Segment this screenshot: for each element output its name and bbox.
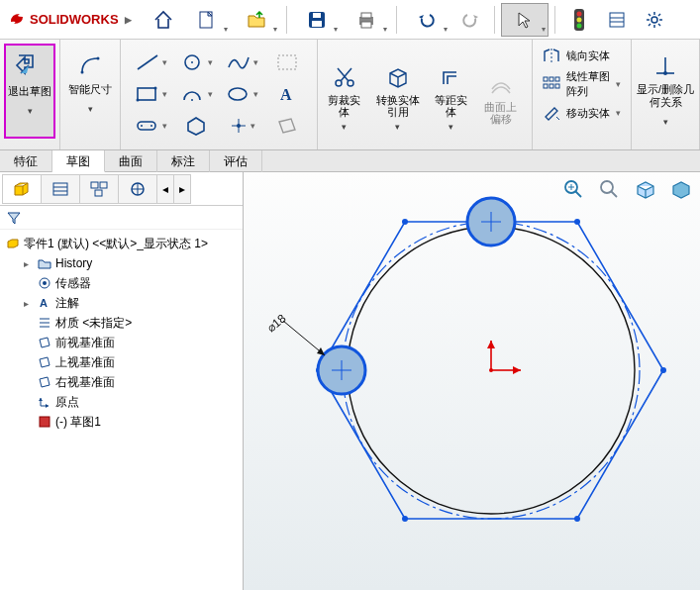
solidworks-logo-icon [8, 9, 26, 31]
point-tool[interactable]: ▾ [220, 111, 263, 141]
dropdown-caret-icon: ▾ [334, 25, 338, 34]
expand-icon[interactable]: ▸ [24, 298, 34, 309]
material-icon [38, 316, 51, 330]
tab-surface[interactable]: 曲面 [105, 150, 157, 172]
pattern-icon [543, 76, 560, 92]
dotted-rect-tool[interactable] [265, 48, 309, 77]
linear-pattern-button[interactable]: 线性草图阵列 ▾ [543, 69, 621, 99]
smart-dimension-label: 智能尺寸 [68, 83, 112, 96]
display-relations-button[interactable]: 显示/删除几何关系 ▾ [636, 44, 695, 139]
separator [554, 6, 555, 34]
svg-rect-29 [138, 88, 155, 100]
tree-label: History [55, 256, 92, 270]
settings-button[interactable] [637, 3, 672, 37]
app-name: SOLIDWORKS [30, 12, 119, 27]
svg-point-23 [81, 71, 84, 74]
origin-icon [38, 395, 51, 409]
tree-root[interactable]: 零件1 (默认) <<默认>_显示状态 1> [2, 234, 241, 253]
undo-button[interactable]: ▾ [403, 3, 450, 37]
trim-label: 剪裁实体 [328, 94, 361, 118]
tab-annotate[interactable]: 标注 [157, 150, 210, 172]
mirror-icon [543, 48, 560, 63]
tree-item-sketch1[interactable]: (-) 草图1 [2, 412, 241, 432]
origin-triad [487, 341, 521, 374]
smart-dimension-button[interactable]: 智能尺寸 ▾ [64, 44, 116, 139]
print-button[interactable]: ▾ [343, 3, 390, 37]
dropdown-caret-icon: ▾ [273, 25, 277, 34]
tree-item-origin[interactable]: 原点 [2, 392, 241, 412]
save-button[interactable]: ▾ [293, 3, 341, 37]
dropdown-caret-icon: ▾ [449, 122, 453, 132]
ribbon-group-relations: 显示/删除几何关系 ▾ [632, 40, 700, 149]
line-tool[interactable]: ▾ [129, 48, 172, 77]
svg-line-22 [658, 14, 660, 16]
text-tool[interactable]: A [265, 79, 309, 109]
svg-text:A: A [40, 297, 48, 309]
svg-point-86 [660, 367, 666, 373]
ribbon-group-transform: 镜向实体 线性草图阵列 ▾ 移动实体 ▾ [533, 40, 632, 149]
tree-label: (-) 草图1 [55, 414, 101, 431]
svg-point-8 [576, 11, 581, 16]
select-button[interactable]: ▾ [501, 3, 549, 37]
filter-icon[interactable] [6, 210, 22, 226]
slot-tool[interactable]: ▾ [129, 111, 172, 141]
separator [396, 6, 397, 34]
svg-line-21 [649, 24, 650, 26]
command-tabs: 特征 草图 曲面 标注 评估 [0, 150, 700, 172]
svg-rect-50 [544, 84, 548, 88]
tree-label: 材质 <未指定> [55, 315, 132, 332]
arc-tool[interactable]: ▾ [174, 79, 218, 109]
tab-feature[interactable]: 特征 [0, 150, 52, 172]
exit-sketch-icon [15, 49, 45, 83]
svg-rect-52 [555, 84, 559, 88]
polygon-tool[interactable] [174, 111, 218, 141]
tree-item-history[interactable]: ▸ History [2, 253, 241, 273]
exit-sketch-button[interactable]: 退出草图 ▾ [4, 44, 55, 139]
circle-tool[interactable]: ▾ [174, 48, 218, 77]
convert-button[interactable]: 转换实体引用 ▾ [367, 58, 429, 136]
spline-tool[interactable]: ▾ [220, 48, 263, 77]
mirror-button[interactable]: 镜向实体 [543, 48, 621, 63]
svg-point-31 [153, 87, 156, 90]
svg-rect-3 [313, 13, 321, 18]
redo-button[interactable] [452, 3, 488, 37]
dropdown-caret-icon: ▾ [663, 117, 668, 127]
app-logo[interactable]: SOLIDWORKS ▶ [0, 9, 140, 31]
fm-tab-prev[interactable]: ◂ [156, 174, 174, 204]
fm-tab-next[interactable]: ▸ [173, 174, 191, 204]
diameter-dimension[interactable]: ⌀18 [264, 311, 325, 355]
fm-tab-config[interactable] [79, 174, 119, 204]
tab-evaluate[interactable]: 评估 [210, 150, 262, 172]
tree-item-annotations[interactable]: ▸ A 注解 [2, 293, 241, 313]
tree-item-top-plane[interactable]: 上视基准面 [2, 352, 241, 372]
fm-tab-tree[interactable] [2, 174, 42, 204]
dropdown-caret-icon: ▾ [342, 122, 347, 132]
tree-item-sensors[interactable]: 传感器 [2, 273, 241, 293]
sensor-icon [38, 276, 51, 290]
trim-button[interactable]: 剪裁实体 ▾ [322, 58, 367, 136]
plane-tool[interactable] [265, 111, 309, 141]
move-button[interactable]: 移动实体 ▾ [543, 105, 621, 121]
home-button[interactable] [146, 3, 181, 37]
dropdown-caret-icon: ▾ [395, 122, 400, 132]
tree-item-material[interactable]: 材质 <未指定> [2, 313, 241, 333]
svg-rect-48 [550, 77, 553, 81]
open-button[interactable]: ▾ [233, 3, 280, 37]
dropdown-caret-icon: ▾ [542, 25, 546, 34]
expand-icon[interactable]: ▸ [24, 258, 34, 269]
tree-item-front-plane[interactable]: 前视基准面 [2, 333, 241, 352]
surface-offset-button[interactable]: 曲面上偏移 [474, 65, 528, 129]
svg-rect-28 [278, 55, 296, 69]
graphics-viewport[interactable]: ⌀18 [244, 172, 700, 590]
tab-sketch[interactable]: 草图 [52, 150, 105, 172]
fm-tab-dim[interactable] [118, 174, 157, 204]
ellipse-tool[interactable]: ▾ [220, 79, 263, 109]
list-button[interactable] [599, 3, 635, 37]
new-button[interactable]: ▾ [183, 3, 231, 37]
offset-button[interactable]: 等距实体 ▾ [429, 58, 474, 136]
fm-tab-property[interactable] [41, 174, 80, 204]
rectangle-tool[interactable]: ▾ [129, 79, 172, 109]
svg-rect-61 [100, 182, 107, 188]
traffic-light-button[interactable] [561, 3, 597, 37]
tree-item-right-plane[interactable]: 右视基准面 [2, 372, 241, 392]
